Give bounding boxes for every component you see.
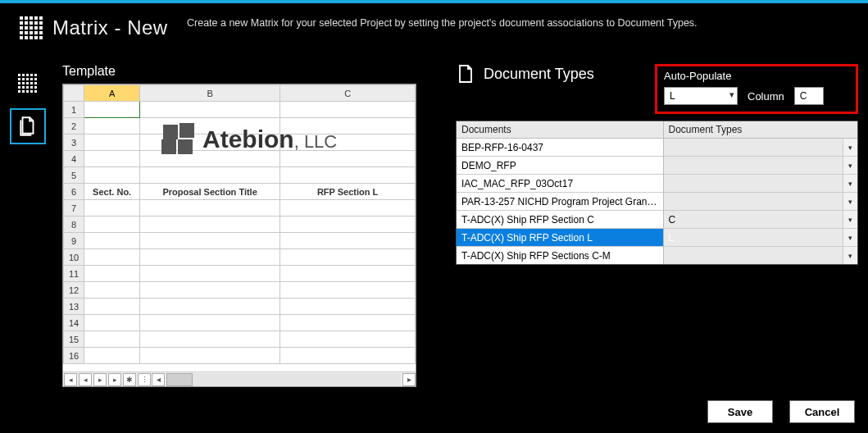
cell-C14[interactable] bbox=[280, 315, 416, 331]
table-row[interactable]: BEP-RFP-16-0437▾ bbox=[457, 139, 857, 157]
cell-B5[interactable] bbox=[140, 167, 280, 184]
cell-C4[interactable] bbox=[280, 151, 416, 167]
cell-A1[interactable] bbox=[84, 102, 140, 118]
cell-B1[interactable] bbox=[140, 102, 280, 118]
sheet-nav-next-icon[interactable]: ▸ bbox=[93, 373, 107, 386]
row-header[interactable]: 9 bbox=[64, 233, 84, 249]
cell-B4[interactable] bbox=[140, 151, 280, 167]
template-spreadsheet[interactable]: ABC123456Sect. No.Proposal Section Title… bbox=[62, 84, 416, 387]
table-row[interactable]: DEMO_RFP▾ bbox=[457, 157, 857, 175]
cell-B8[interactable] bbox=[140, 216, 280, 233]
document-type-cell[interactable]: L▾ bbox=[663, 229, 857, 247]
table-row[interactable]: T-ADC(X) Ship RFP Sections C-M▾ bbox=[457, 247, 857, 265]
column-header-B[interactable]: B bbox=[140, 85, 280, 102]
cell-B9[interactable] bbox=[140, 233, 280, 249]
auto-populate-select[interactable]: L bbox=[664, 87, 738, 105]
dropdown-icon[interactable]: ▾ bbox=[843, 247, 857, 264]
document-type-cell[interactable]: C▾ bbox=[663, 211, 857, 229]
table-row[interactable]: T-ADC(X) Ship RFP Section LL▾ bbox=[457, 229, 857, 247]
row-header[interactable]: 1 bbox=[64, 102, 84, 118]
cell-C3[interactable] bbox=[280, 134, 416, 151]
table-row[interactable]: T-ADC(X) Ship RFP Section CC▾ bbox=[457, 211, 857, 229]
document-name[interactable]: PAR-13-257 NICHD Program Project Grant .… bbox=[457, 193, 663, 211]
cell-C11[interactable] bbox=[280, 266, 416, 282]
table-row[interactable]: IAC_MAC_RFP_03Oct17▾ bbox=[457, 175, 857, 193]
document-name[interactable]: T-ADC(X) Ship RFP Sections C-M bbox=[457, 247, 663, 265]
column-header-C[interactable]: C bbox=[280, 85, 416, 102]
row-header[interactable]: 5 bbox=[64, 167, 84, 184]
cell-C10[interactable] bbox=[280, 249, 416, 266]
row-header[interactable]: 15 bbox=[64, 331, 84, 348]
cell-C13[interactable] bbox=[280, 299, 416, 315]
document-name[interactable]: DEMO_RFP bbox=[457, 157, 663, 175]
document-type-cell[interactable]: ▾ bbox=[663, 247, 857, 265]
sheet-nav-first-icon[interactable]: ◂ bbox=[64, 373, 77, 386]
cell-A8[interactable] bbox=[84, 216, 140, 233]
cell-A11[interactable] bbox=[84, 266, 140, 282]
dropdown-icon[interactable]: ▾ bbox=[843, 229, 857, 246]
cell-A9[interactable] bbox=[84, 233, 140, 249]
cell-B10[interactable] bbox=[140, 249, 280, 266]
dropdown-icon[interactable]: ▾ bbox=[843, 193, 857, 210]
row-header[interactable]: 7 bbox=[64, 200, 84, 216]
sheet-new-tab-icon[interactable]: ✱ bbox=[123, 373, 136, 386]
document-name[interactable]: T-ADC(X) Ship RFP Section L bbox=[457, 229, 663, 247]
document-type-cell[interactable]: ▾ bbox=[663, 175, 857, 193]
scroll-thumb[interactable] bbox=[166, 373, 193, 386]
cell-A6[interactable]: Sect. No. bbox=[84, 184, 140, 200]
cell-B14[interactable] bbox=[140, 315, 280, 331]
row-header[interactable]: 14 bbox=[64, 315, 84, 331]
cell-C15[interactable] bbox=[280, 331, 416, 348]
document-name[interactable]: IAC_MAC_RFP_03Oct17 bbox=[457, 175, 663, 193]
cell-B6[interactable]: Proposal Section Title bbox=[140, 184, 280, 200]
cell-C2[interactable] bbox=[280, 118, 416, 134]
cell-C16[interactable] bbox=[280, 348, 416, 364]
column-header-A[interactable]: A bbox=[84, 85, 140, 102]
document-name[interactable]: T-ADC(X) Ship RFP Section C bbox=[457, 211, 663, 229]
row-header[interactable]: 13 bbox=[64, 299, 84, 315]
cell-B16[interactable] bbox=[140, 348, 280, 364]
row-header[interactable]: 4 bbox=[64, 151, 84, 167]
cancel-button[interactable]: Cancel bbox=[789, 400, 855, 423]
row-header[interactable]: 2 bbox=[64, 118, 84, 134]
sidebar-documents-button[interactable] bbox=[10, 108, 46, 144]
cell-A10[interactable] bbox=[84, 249, 140, 266]
document-type-cell[interactable]: ▾ bbox=[663, 139, 857, 157]
row-header[interactable]: 6 bbox=[64, 184, 84, 200]
cell-B12[interactable] bbox=[140, 282, 280, 299]
documents-column-header[interactable]: Documents bbox=[457, 121, 663, 139]
document-type-cell[interactable]: ▾ bbox=[663, 193, 857, 211]
row-header[interactable]: 10 bbox=[64, 249, 84, 266]
cell-A7[interactable] bbox=[84, 200, 140, 216]
row-header[interactable]: 12 bbox=[64, 282, 84, 299]
row-header[interactable]: 11 bbox=[64, 266, 84, 282]
cell-C9[interactable] bbox=[280, 233, 416, 249]
cell-A4[interactable] bbox=[84, 151, 140, 167]
cell-A15[interactable] bbox=[84, 331, 140, 348]
cell-A14[interactable] bbox=[84, 315, 140, 331]
scroll-left-icon[interactable]: ◂ bbox=[152, 373, 165, 386]
sheet-split-icon[interactable]: ⋮ bbox=[138, 373, 151, 386]
cell-A5[interactable] bbox=[84, 167, 140, 184]
cell-C8[interactable] bbox=[280, 216, 416, 233]
sheet-nav-last-icon[interactable]: ▸ bbox=[108, 373, 121, 386]
dropdown-icon[interactable]: ▾ bbox=[843, 175, 857, 192]
save-button[interactable]: Save bbox=[707, 400, 773, 423]
cell-B2[interactable] bbox=[140, 118, 280, 134]
dropdown-icon[interactable]: ▾ bbox=[843, 157, 857, 174]
cell-B3[interactable] bbox=[140, 134, 280, 151]
row-header[interactable]: 3 bbox=[64, 134, 84, 151]
row-header[interactable]: 16 bbox=[64, 348, 84, 364]
row-header[interactable]: 8 bbox=[64, 216, 84, 233]
cell-A13[interactable] bbox=[84, 299, 140, 315]
cell-C1[interactable] bbox=[280, 102, 416, 118]
cell-A12[interactable] bbox=[84, 282, 140, 299]
table-row[interactable]: PAR-13-257 NICHD Program Project Grant .… bbox=[457, 193, 857, 211]
cell-B11[interactable] bbox=[140, 266, 280, 282]
cell-A3[interactable] bbox=[84, 134, 140, 151]
document-name[interactable]: BEP-RFP-16-0437 bbox=[457, 139, 663, 157]
cell-C5[interactable] bbox=[280, 167, 416, 184]
cell-A16[interactable] bbox=[84, 348, 140, 364]
scroll-track[interactable] bbox=[166, 373, 401, 386]
sheet-nav-prev-icon[interactable]: ◂ bbox=[79, 373, 92, 386]
